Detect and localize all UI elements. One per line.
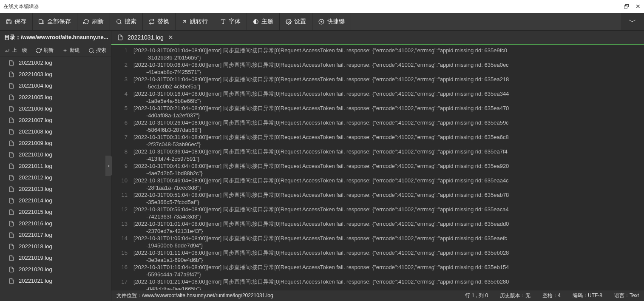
file-icon (9, 94, 14, 100)
toolbar-label: 设置 (294, 18, 306, 26)
refresh-icon (36, 48, 42, 54)
close-button[interactable]: ✕ (635, 3, 641, 10)
tab-close-icon[interactable]: ✕ (168, 34, 173, 41)
code-line: [2022-10-31T00:41:04+08:00][error] 同步直播间… (133, 162, 644, 170)
file-name: 20221011.log (19, 163, 52, 169)
file-item[interactable]: 20221013.log (0, 183, 111, 195)
status-bar: 文件位置：/www/wwwroot/aite.hnsunny.net/runti… (111, 290, 644, 301)
status-rowcol[interactable]: 行 1 , 列 0 (465, 292, 488, 299)
tab-active[interactable]: 20221031.log ✕ (111, 31, 179, 45)
code-line: [2022-10-31T00:21:04+08:00][error] 同步直播间… (133, 105, 644, 112)
toolbar-search-button[interactable]: 搜索 (110, 13, 143, 30)
code-line: -4d0af08a-1a2ef037"} (133, 112, 644, 119)
file-name: 20221014.log (19, 197, 52, 204)
search-icon (88, 48, 94, 54)
file-sidebar: 目录：/www/wwwroot/aite.hnsunny.ne... 上一级刷新… (0, 31, 111, 301)
svg-line-1 (120, 23, 122, 24)
file-name: 20221003.log (19, 71, 52, 77)
line-gutter: 1 2 3 4 5 6 7 8 9 10 11 12 13 14 15 16 1… (111, 45, 131, 290)
maximize-button[interactable]: 🗗 (624, 3, 630, 10)
code-line: [2022-10-31T01:21:04+08:00][error] 同步直播间… (133, 278, 644, 285)
toolbar-save-button[interactable]: 保存 (0, 13, 33, 30)
status-filepath: 文件位置：/www/wwwroot/aite.hnsunny.net/runti… (116, 292, 273, 299)
file-icon (9, 221, 14, 227)
file-name: 20221018.log (19, 243, 52, 250)
code-line: -28f1aa1a-71eec3d8"} (133, 184, 644, 191)
toolbar-font-button[interactable]: 字体 (214, 13, 247, 30)
status-lang[interactable]: 语言：Text (614, 292, 639, 299)
svg-point-0 (117, 19, 121, 23)
font-icon (220, 19, 226, 25)
file-item[interactable]: 20221009.log (0, 137, 111, 149)
minimize-button[interactable]: ― (612, 3, 618, 10)
toolbar-label: 搜索 (125, 18, 136, 26)
theme-icon (253, 19, 259, 25)
toolbar-theme-button[interactable]: 主题 (247, 13, 280, 30)
code-content[interactable]: [2022-10-31T00:01:04+08:00][error] 同步直播间… (131, 45, 644, 290)
sidebar-collapse-button[interactable]: ‹ (105, 156, 112, 176)
toolbar-expand-button[interactable]: ﹀ (621, 13, 644, 30)
code-line: -3e3ea1a1-690e4d6b"} (133, 256, 644, 264)
file-item[interactable]: 20221004.log (0, 80, 111, 91)
code-line: [2022-10-31T01:01:04+08:00][error] 同步直播间… (133, 220, 644, 227)
file-item[interactable]: 20221011.log (0, 160, 111, 172)
file-item[interactable]: 20221005.log (0, 91, 111, 103)
sidebar-refresh-button[interactable]: 刷新 (31, 44, 58, 57)
toolbar-settings-button[interactable]: 设置 (280, 13, 312, 30)
toolbar-goto-button[interactable]: 跳转行 (176, 13, 214, 30)
code-editor[interactable]: 1 2 3 4 5 6 7 8 9 10 11 12 13 14 15 16 1… (111, 45, 644, 290)
file-item[interactable]: 20221007.log (0, 114, 111, 126)
file-item[interactable]: 20221003.log (0, 68, 111, 80)
file-item[interactable]: 20221002.log (0, 57, 111, 68)
file-name: 20221010.log (19, 151, 52, 158)
file-icon (9, 163, 14, 169)
code-line: -7421363f-73a4c3d3"} (133, 213, 644, 220)
tab-bar: 20221031.log ✕ (111, 31, 644, 45)
file-name: 20221015.log (19, 209, 52, 215)
file-name: 20221007.log (19, 117, 52, 123)
file-item[interactable]: 20221018.log (0, 241, 111, 252)
code-line: [2022-10-31T00:31:04+08:00][error] 同步直播间… (133, 133, 644, 141)
file-item[interactable]: 20221008.log (0, 126, 111, 137)
code-line: -194500eb-6dde7d94"} (133, 242, 644, 249)
file-item[interactable]: 20221014.log (0, 195, 111, 206)
code-line: -2f37c048-53ab96ec"} (133, 141, 644, 148)
file-item[interactable]: 20221021.log (0, 275, 111, 287)
file-icon (9, 232, 14, 238)
window-titlebar: 在线文本编辑器 ― 🗗 ✕ (0, 0, 644, 13)
code-line: -5864f6b3-287dab68"} (133, 126, 644, 133)
sidebar-plus-button[interactable]: 新建 (58, 44, 84, 57)
file-item[interactable]: 20221012.log (0, 172, 111, 183)
status-spaces[interactable]: 空格：4 (542, 292, 561, 299)
code-line: [2022-10-31T01:16:04+08:00][error] 同步直播间… (133, 264, 644, 271)
toolbar-refresh-button[interactable]: 刷新 (77, 13, 110, 30)
file-item[interactable]: 20221010.log (0, 149, 111, 160)
toolbar-label: 主题 (261, 18, 273, 26)
toolbar-label: 跳转行 (190, 18, 208, 26)
toolbar-replace-button[interactable]: 替换 (143, 13, 176, 30)
code-line: [2022-10-31T00:36:04+08:00][error] 同步直播间… (133, 148, 644, 155)
sidebar-search-button[interactable]: 搜索 (84, 44, 111, 57)
refresh-icon (83, 19, 89, 25)
file-item[interactable]: 20221020.log (0, 264, 111, 275)
file-item[interactable]: 20221015.log (0, 206, 111, 218)
file-item[interactable]: 20221006.log (0, 103, 111, 114)
file-icon (9, 198, 14, 204)
sidebar-up-button[interactable]: 上一级 (0, 44, 31, 57)
file-item[interactable]: 20221016.log (0, 218, 111, 229)
status-history[interactable]: 历史版本：无 (500, 292, 531, 299)
code-line: -35e366c5-7fcbd5af"} (133, 199, 644, 206)
search-icon (116, 19, 122, 25)
svg-point-12 (89, 48, 93, 52)
status-encoding[interactable]: 编码：UTF-8 (573, 292, 602, 299)
file-name: 20221005.log (19, 94, 52, 100)
replace-icon (149, 19, 155, 25)
code-line: -41ebab8c-7f425571"} (133, 68, 644, 76)
code-line: [2022-10-31T00:51:04+08:00][error] 同步直播间… (133, 191, 644, 199)
code-line: [2022-10-31T00:46:04+08:00][error] 同步直播间… (133, 177, 644, 184)
file-item[interactable]: 20221017.log (0, 229, 111, 241)
file-list[interactable]: 20221002.log20221003.log20221004.log2022… (0, 57, 111, 301)
file-item[interactable]: 20221019.log (0, 252, 111, 264)
toolbar-saveall-button[interactable]: 全部保存 (33, 13, 77, 30)
toolbar-shortcut-button[interactable]: 快捷键 (312, 13, 351, 30)
